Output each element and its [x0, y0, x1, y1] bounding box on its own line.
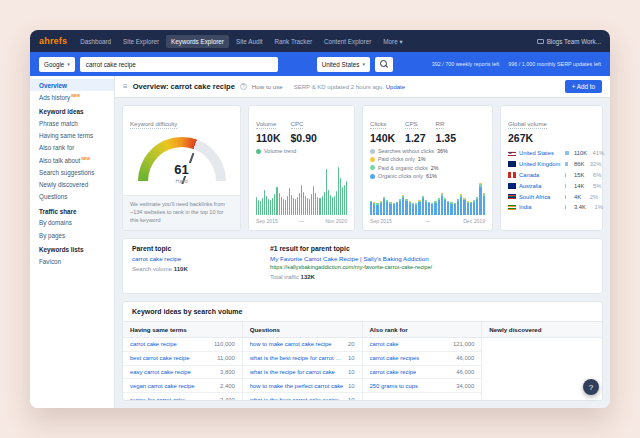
keyword-link[interactable]: carrot cake [370, 341, 399, 347]
keyword-link[interactable]: easy carrot cake recipe [130, 369, 191, 375]
sidebar-item-questions[interactable]: Questions [30, 191, 114, 203]
country-link[interactable]: Australia [519, 183, 562, 189]
keyword-row: vegan carrot cake recipe2,400 [123, 379, 242, 393]
sidebar-item-phrase-match[interactable]: Phrase match [30, 117, 114, 129]
keyword-link[interactable]: what is the best carrot cake recipe [250, 397, 339, 400]
volume-bar [264, 190, 265, 215]
volume-bar [299, 193, 300, 215]
volume-bar [272, 198, 273, 215]
nav-item-rank-tracker[interactable]: Rank Tracker [270, 35, 317, 48]
clicks-segment-organic-clicks-only [444, 200, 446, 215]
country-link[interactable]: India [519, 204, 562, 210]
volume-bar [322, 196, 323, 215]
keyword-link[interactable]: 250 grams to cups [370, 383, 418, 389]
clicks-segment-organic-clicks-only [418, 202, 420, 215]
volume-bar [317, 197, 318, 215]
global-volume-value: 267K [508, 132, 595, 144]
top-result-link[interactable]: My Favorite Carrot Cake Recipe | Sally's… [270, 255, 593, 262]
sidebar-item-newly-discovered[interactable]: Newly discovered [30, 179, 114, 191]
kd-rating: Hard [138, 178, 226, 184]
legend-item-paid-clicks-only: Paid clicks only1% [370, 155, 485, 163]
nav-item-content-explorer[interactable]: Content Explorer [319, 35, 376, 48]
keyword-row: carrot cake recipes46,000 [363, 352, 482, 366]
sidebar-item-ads-history[interactable]: Ads historyNEW [30, 91, 114, 103]
workspace-switcher[interactable]: Blogs Team Work... [537, 38, 601, 45]
sidebar-item-search-suggestions[interactable]: Search suggestions [30, 166, 114, 178]
serp-updated-text: SERP & KD updated 2 hours ago. [294, 84, 384, 90]
nav-item-more[interactable]: More ▾ [378, 35, 407, 48]
country-link[interactable]: United States [519, 150, 562, 156]
ideas-column-header[interactable]: Questions [243, 322, 362, 338]
keyword-link[interactable]: what is the best recipe for carrot cake [250, 355, 344, 361]
clicks-bar [476, 183, 478, 215]
sidebar-toggle-icon[interactable]: ≡ [123, 82, 128, 91]
country-bar [565, 184, 569, 188]
country-link[interactable]: Canada [519, 172, 562, 178]
keyword-link[interactable]: recipe for carrot cake [130, 397, 185, 400]
keyword-row: what is the best recipe for carrot cake1… [243, 352, 362, 366]
country-link[interactable]: United Kingdom [519, 161, 562, 167]
keyword-link[interactable]: what is the recipe for carrot cake [250, 369, 335, 375]
sidebar-item-favicon[interactable]: Favicon [30, 255, 114, 267]
usage-quota: 392 / 700 weekly reports left 996 / 1,00… [432, 61, 601, 67]
keyword-volume: 20 [348, 341, 355, 347]
clicks-segment-organic-clicks-only [457, 201, 459, 215]
country-select[interactable]: United States ▾ [317, 57, 370, 72]
keyword-link[interactable]: how to make the perfect carrot cake [250, 383, 344, 389]
clicks-segment-organic-clicks-only [415, 205, 417, 215]
search-engine-select[interactable]: Google ▾ [39, 57, 75, 72]
sidebar-item-by-domains[interactable]: By domains [30, 217, 114, 229]
clicks-bar [467, 183, 469, 215]
flag-us-icon [508, 151, 516, 157]
help-circle-icon[interactable]: ? [240, 83, 247, 90]
keyword-volume: 3,800 [220, 369, 235, 375]
sidebar-item-also-rank-for[interactable]: Also rank for [30, 142, 114, 154]
nav-item-site-explorer[interactable]: Site Explorer [118, 35, 164, 48]
sidebar-item-by-pages[interactable]: By pages [30, 229, 114, 241]
clicks-segment-organic-clicks-only [428, 203, 430, 215]
clicks-bar [441, 183, 443, 215]
rr-metric: RR 1.35 [436, 112, 456, 144]
volume-bar [305, 196, 306, 215]
volume-bar [303, 192, 304, 215]
update-link[interactable]: Update [386, 84, 405, 90]
help-button[interactable]: ? [583, 379, 599, 395]
sidebar-item-also-talk-about[interactable]: Also talk aboutNEW [30, 154, 114, 166]
parent-topic-keyword-link[interactable]: carrot cake recipe [132, 255, 270, 262]
keyword-search-input[interactable]: carrot cake recipe [80, 57, 278, 72]
ideas-column-header[interactable]: Having same terms [123, 322, 242, 338]
legend-dot-icon [256, 149, 261, 154]
sidebar-item-overview[interactable]: Overview [30, 79, 114, 91]
ahrefs-logo[interactable]: ahrefs [39, 36, 67, 46]
keyword-link[interactable]: how to make carrot cake recipe [250, 341, 332, 347]
clicks-segment-organic-clicks-only [412, 204, 414, 215]
total-traffic-value: 132K [301, 274, 315, 280]
volume-bar [328, 190, 329, 215]
country-bar-fill [565, 151, 569, 155]
volume-bar [266, 196, 267, 215]
volume-card: Volume 110K CPC $0.90 Volume trend [248, 105, 355, 231]
legend-dot-icon [370, 149, 375, 154]
country-volume: 4K [574, 194, 581, 200]
ideas-column-header[interactable]: Newly discovered [482, 322, 602, 338]
country-link[interactable]: South Africa [519, 194, 562, 200]
how-to-use-link[interactable]: How to use [252, 83, 283, 90]
country-row-ca: Canada15K6% [508, 170, 595, 181]
page-scroll-area[interactable]: Keyword difficulty 61 Hard We estimate y… [115, 98, 610, 408]
keyword-link[interactable]: carrot cake recipe [130, 341, 177, 347]
keyword-link[interactable]: best carrot cake recipe [130, 355, 190, 361]
country-percent: 2% [584, 194, 598, 200]
keyword-link[interactable]: carrot cake recipes [370, 355, 420, 361]
keyword-link[interactable]: vegan carrot cake recipe [130, 383, 195, 389]
volume-bar [342, 187, 343, 215]
search-button[interactable] [375, 57, 393, 72]
nav-item-keywords-explorer[interactable]: Keywords Explorer [166, 35, 229, 48]
nav-item-site-audit[interactable]: Site Audit [231, 35, 268, 48]
ideas-column-header[interactable]: Also rank for [363, 322, 482, 338]
kd-title: Keyword difficulty [130, 120, 177, 129]
legend-label: Volume trend [264, 148, 296, 154]
keyword-link[interactable]: carrot cake recipe [370, 369, 417, 375]
sidebar-item-having-same-terms[interactable]: Having same terms [30, 130, 114, 142]
nav-item-dashboard[interactable]: Dashboard [75, 35, 116, 48]
add-to-button[interactable]: + Add to [565, 80, 602, 93]
